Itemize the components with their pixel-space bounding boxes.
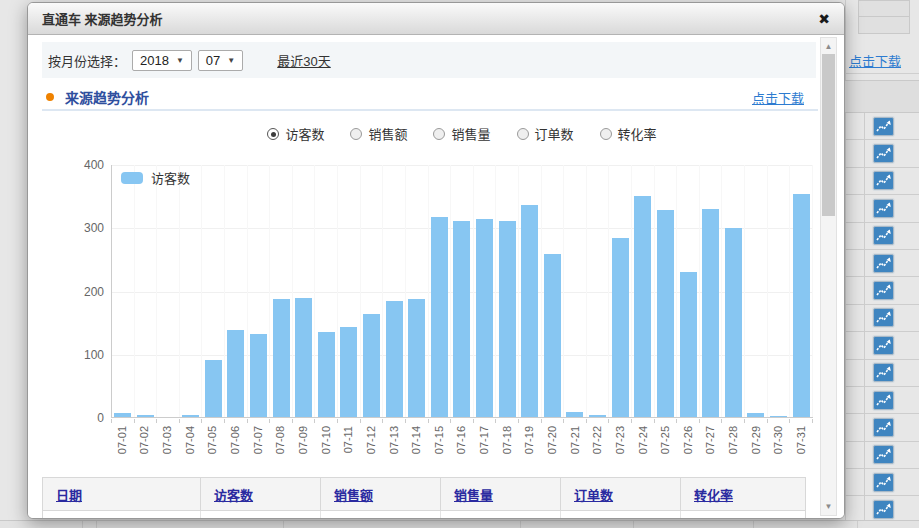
chart-legend[interactable]: 访客数 — [121, 168, 190, 187]
metric-radio-5[interactable]: 转化率 — [600, 124, 657, 143]
bar-07-30[interactable] — [770, 416, 787, 417]
bar-slot — [157, 165, 180, 417]
trend-chart-icon[interactable] — [873, 144, 894, 163]
bar-07-18[interactable] — [499, 221, 516, 417]
download-link[interactable]: 点击下载 — [752, 88, 804, 107]
bar-slot — [429, 165, 452, 417]
metric-radio-2[interactable]: 销售额 — [350, 124, 407, 143]
x-tick — [202, 419, 225, 423]
radio-icon[interactable] — [267, 128, 279, 140]
bg-table-row — [845, 168, 919, 195]
x-label-cell: 07-09 — [292, 426, 315, 470]
bar-07-16[interactable] — [453, 221, 470, 417]
bg-cell-spacer — [845, 469, 865, 495]
bg-table-row — [845, 414, 919, 441]
month-select[interactable]: 07 ▼ — [198, 50, 243, 71]
bar-07-09[interactable] — [295, 298, 312, 418]
radio-icon[interactable] — [433, 128, 445, 140]
month-select-value: 07 — [206, 53, 220, 68]
bg-table-header-cell — [845, 81, 919, 113]
trend-chart-icon[interactable] — [873, 473, 894, 492]
table-header-cell: 访客数 — [201, 478, 321, 510]
bar-07-25[interactable] — [657, 210, 674, 417]
bar-07-22[interactable] — [589, 415, 606, 417]
table-header-link[interactable]: 转化率 — [694, 485, 733, 504]
scrollbar-thumb[interactable] — [822, 54, 835, 216]
trend-chart-icon[interactable] — [873, 336, 894, 355]
recent-30-days-link[interactable]: 最近30天 — [277, 51, 330, 70]
x-label-cell: 07-27 — [700, 426, 723, 470]
table-header-cell: 销售额 — [321, 478, 441, 510]
bar-07-13[interactable] — [386, 301, 403, 417]
bar-07-10[interactable] — [318, 332, 335, 417]
metric-radio-3[interactable]: 销售量 — [433, 124, 490, 143]
trend-chart-icon[interactable] — [873, 363, 894, 382]
radio-icon[interactable] — [350, 128, 362, 140]
bar-07-06[interactable] — [227, 330, 244, 417]
table-header-link[interactable]: 访客数 — [214, 485, 253, 504]
bar-07-23[interactable] — [612, 238, 629, 417]
bar-07-20[interactable] — [544, 254, 561, 417]
trend-chart-icon[interactable] — [873, 281, 894, 300]
trend-chart-icon[interactable] — [873, 254, 894, 273]
bg-cell-spacer — [845, 387, 865, 413]
x-label-cell: 07-31 — [790, 426, 813, 470]
radio-icon[interactable] — [600, 128, 612, 140]
close-icon[interactable]: ✖ — [818, 12, 830, 26]
bar-07-28[interactable] — [725, 228, 742, 417]
bar-07-14[interactable] — [408, 299, 425, 417]
radio-icon[interactable] — [517, 128, 529, 140]
x-axis-label: 07-01 — [117, 426, 128, 454]
bar-07-08[interactable] — [273, 299, 290, 417]
scroll-up-icon[interactable]: ▲ — [821, 42, 836, 51]
bar-07-19[interactable] — [521, 205, 538, 417]
trend-chart-icon[interactable] — [873, 391, 894, 410]
bar-07-29[interactable] — [747, 413, 764, 417]
bg-cell-spacer — [845, 168, 865, 194]
trend-chart-icon[interactable] — [873, 199, 894, 218]
bar-07-07[interactable] — [250, 334, 267, 418]
trend-chart-icon[interactable] — [873, 445, 894, 464]
bar-07-24[interactable] — [634, 196, 651, 417]
bar-07-12[interactable] — [363, 314, 380, 417]
table-header-link[interactable]: 日期 — [56, 485, 82, 504]
bar-07-02[interactable] — [137, 415, 154, 417]
scroll-down-icon[interactable]: ▼ — [821, 502, 836, 511]
bar-slot — [406, 165, 429, 417]
trend-chart-icon[interactable] — [873, 500, 894, 519]
year-select[interactable]: 2018 ▼ — [132, 50, 192, 71]
bg-download-link[interactable]: 点击下载 — [849, 51, 901, 70]
metric-radio-4[interactable]: 订单数 — [517, 124, 574, 143]
table-header-link[interactable]: 销售量 — [454, 485, 493, 504]
bar-07-04[interactable] — [182, 415, 199, 417]
bar-07-17[interactable] — [476, 219, 493, 417]
bar-07-31[interactable] — [793, 194, 810, 417]
metric-radio-1[interactable]: 访客数 — [267, 124, 324, 143]
bar-07-26[interactable] — [680, 272, 697, 417]
bar-07-01[interactable] — [114, 413, 131, 417]
y-axis-tick-label: 300 — [60, 221, 104, 235]
x-label-cell: 07-18 — [496, 426, 519, 470]
trend-chart-icon[interactable] — [873, 171, 894, 190]
bar-07-15[interactable] — [431, 217, 448, 418]
bar-07-27[interactable] — [702, 209, 719, 417]
legend-swatch — [121, 172, 143, 184]
bg-bottom-table-row — [0, 520, 919, 528]
table-header-link[interactable]: 订单数 — [574, 485, 613, 504]
bar-07-11[interactable] — [340, 327, 357, 417]
dialog-scrollbar[interactable]: ▲ ▼ — [820, 37, 837, 516]
x-axis-label: 07-16 — [456, 426, 467, 454]
dialog-titlebar[interactable]: 直通车 来源趋势分析 ✖ — [28, 3, 844, 35]
trend-chart-icon[interactable] — [873, 226, 894, 245]
table-header-link[interactable]: 销售额 — [334, 485, 373, 504]
section-header: 来源趋势分析 点击下载 — [42, 87, 804, 107]
bar-07-05[interactable] — [205, 360, 222, 417]
trend-analysis-dialog: 直通车 来源趋势分析 ✖ 按月份选择： 2018 ▼ 07 ▼ 最近30天 — [27, 2, 845, 519]
trend-chart-icon[interactable] — [873, 308, 894, 327]
bar-07-21[interactable] — [566, 412, 583, 417]
bar-slot — [542, 165, 565, 417]
x-tick — [700, 419, 723, 423]
x-axis-label: 07-20 — [547, 426, 558, 454]
trend-chart-icon[interactable] — [873, 117, 894, 136]
trend-chart-icon[interactable] — [873, 418, 894, 437]
